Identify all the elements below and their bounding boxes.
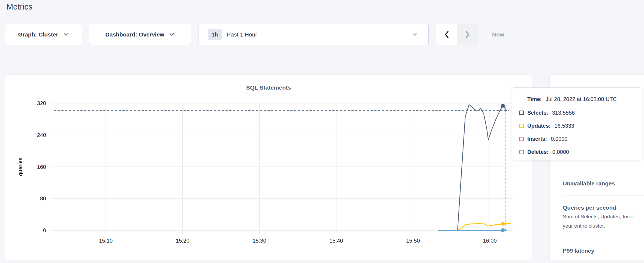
svg-text:15:10: 15:10 [99,238,113,244]
tooltip-series-label: Updates: [527,123,551,129]
svg-text:15:50: 15:50 [406,238,420,244]
chevron-right-icon [465,31,470,38]
tooltip-series-value: 0.0000 [551,136,567,142]
time-range-dropdown[interactable]: 1h Past 1 Hour [198,24,429,45]
tooltip-time-label: Time: [527,96,542,102]
time-forward-button[interactable] [457,24,478,45]
tooltip-series-value: 313.5556 [552,110,575,116]
tooltip-series-row: Deletes: 0.0000 [519,149,639,155]
svg-text:320: 320 [37,100,46,106]
time-range-label: Past 1 Hour [227,31,257,38]
chevron-down-icon [169,33,174,36]
selects-swatch-icon [519,111,524,115]
inserts-swatch-icon [519,137,524,141]
deletes-swatch-icon [519,150,524,154]
divider [563,239,644,239]
sidebar-description: Sum of Selects, Updates, Inser your enti… [563,212,634,231]
sidebar-heading-p99-latency: P99 latency [563,247,594,254]
sidebar-description-line: Sum of Selects, Updates, Inser [563,214,634,219]
updates-swatch-icon [519,124,524,128]
chevron-left-icon [444,31,449,38]
divider [563,171,644,171]
graph-dropdown-label: Graph: Cluster [18,31,58,38]
svg-text:15:40: 15:40 [329,238,343,244]
time-back-button[interactable] [436,24,457,45]
dashboard-dropdown[interactable]: Dashboard: Overview [89,24,191,45]
divider [563,195,644,196]
svg-text:160: 160 [37,164,46,170]
svg-text:0: 0 [43,227,46,233]
tooltip-series-label: Deletes: [527,149,549,155]
sidebar-heading-unavailable-ranges: Unavailable ranges [563,180,615,187]
svg-text:80: 80 [40,195,46,201]
tooltip-series-value: 0.0000 [552,149,569,155]
svg-text:240: 240 [37,132,46,138]
tooltip-series-row: Inserts: 0.0000 [519,136,639,142]
graph-dropdown[interactable]: Graph: Cluster [5,24,82,45]
tooltip-series-row: Selects: 313.5556 [519,109,639,116]
sidebar-description-line: your entire cluster. [563,223,605,229]
time-range-badge: 1h [208,29,222,40]
dashboard-dropdown-label: Dashboard: Overview [106,31,164,38]
chart-tooltip: Time: Jul 28, 2022 at 16:02:00 UTC Selec… [512,87,642,160]
svg-text:15:20: 15:20 [176,238,189,244]
chevron-down-icon [63,33,69,36]
sql-statements-chart-card: SQL Statements 08016024032015:1015:2015:… [5,74,532,260]
time-pager [436,24,478,45]
tooltip-series-label: Selects: [527,110,548,116]
tooltip-time-row: Time: Jul 28, 2022 at 16:02:00 UTC [527,96,639,102]
svg-text:queries: queries [17,158,23,176]
now-button[interactable]: Now [484,24,512,45]
sidebar-heading-queries-per-second: Queries per second [563,204,616,211]
tooltip-time-value: Jul 28, 2022 at 16:02:00 UTC [546,96,617,102]
svg-text:15:30: 15:30 [252,238,266,244]
tooltip-series-row: Updates: 16.5333 [519,123,639,129]
svg-text:16:00: 16:00 [483,238,496,244]
tooltip-series-value: 16.5333 [555,123,574,129]
chevron-down-icon [413,33,417,36]
page-title: Metrics [7,0,32,14]
tooltip-series-label: Inserts: [527,136,547,142]
sql-statements-chart[interactable]: 08016024032015:1015:2015:3015:4015:5016:… [5,75,532,261]
